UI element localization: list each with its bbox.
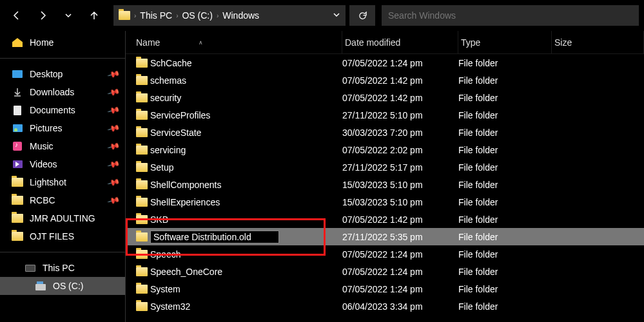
file-rows[interactable]: SchCache07/05/2022 1:24 pmFile foldersch… — [126, 54, 644, 322]
search-box[interactable] — [382, 5, 639, 26]
sidebar-item-jmr-adulting[interactable]: JMR ADULTING — [0, 209, 125, 227]
breadcrumb[interactable]: Windows — [222, 10, 259, 21]
folder-icon — [136, 76, 148, 85]
sidebar-item-label: OJT FILES — [30, 231, 74, 242]
folder-icon — [136, 215, 148, 224]
file-date: 30/03/2023 7:20 pm — [342, 128, 458, 138]
table-row[interactable]: ServiceState30/03/2023 7:20 pmFile folde… — [126, 124, 644, 141]
folder-icon — [119, 11, 130, 20]
table-row[interactable]: System07/05/2022 1:24 pmFile folder — [126, 280, 644, 298]
refresh-button[interactable] — [349, 5, 375, 26]
folder-icon — [12, 195, 23, 205]
sidebar-item-lightshot[interactable]: Lightshot📌 — [0, 173, 125, 191]
sidebar-item-ojt-files[interactable]: OJT FILES — [0, 227, 125, 245]
pin-icon: 📌 — [106, 86, 120, 99]
table-row[interactable]: Setup27/11/2022 5:17 pmFile folder — [126, 158, 644, 176]
table-row[interactable]: schemas07/05/2022 1:42 pmFile folder — [126, 71, 644, 89]
folder-icon — [12, 177, 23, 187]
sidebar-item-pictures[interactable]: Pictures📌 — [0, 119, 125, 137]
sidebar-item-label: Lightshot — [30, 177, 66, 187]
file-name: security — [150, 93, 181, 103]
sidebar-item-downloads[interactable]: Downloads📌 — [0, 83, 125, 101]
sidebar-item-label: OS (C:) — [53, 281, 83, 291]
chevron-right-icon: › — [134, 12, 136, 19]
file-type: File folder — [458, 128, 552, 138]
file-date: 07/05/2022 1:24 pm — [342, 58, 458, 68]
file-date: 27/11/2022 5:17 pm — [342, 162, 458, 173]
file-type: File folder — [458, 249, 552, 260]
sidebar-item-drive-c[interactable]: OS (C:) — [0, 277, 125, 295]
table-row[interactable]: SchCache07/05/2022 1:24 pmFile folder — [126, 54, 644, 71]
pin-icon: 📌 — [106, 158, 120, 171]
folder-icon — [136, 232, 148, 242]
sidebar-item-label: Desktop — [30, 69, 63, 79]
up-button[interactable] — [83, 4, 106, 27]
sidebar-item-music[interactable]: Music📌 — [0, 137, 125, 155]
file-date: 15/03/2023 5:10 pm — [342, 180, 458, 190]
folder-icon — [136, 59, 148, 68]
sidebar: Home Desktop📌Downloads📌Documents📌Picture… — [0, 31, 126, 322]
table-row[interactable]: SKB07/05/2022 1:42 pmFile folder — [126, 211, 644, 228]
folder-icon — [136, 180, 148, 189]
sidebar-item-label: Pictures — [30, 123, 63, 133]
table-row[interactable]: 27/11/2022 5:35 pmFile folder — [126, 228, 644, 245]
table-row[interactable]: security07/05/2022 1:42 pmFile folder — [126, 89, 644, 106]
table-row[interactable]: Speech_OneCore07/05/2022 1:24 pmFile fol… — [126, 263, 644, 280]
pin-icon: 📌 — [106, 68, 120, 81]
breadcrumb[interactable]: OS (C:) — [182, 10, 212, 21]
file-type: File folder — [458, 162, 552, 173]
sort-indicator-icon: ∧ — [199, 39, 203, 46]
chevron-down-icon[interactable] — [333, 10, 340, 21]
doc-icon — [12, 105, 23, 115]
forward-button[interactable] — [31, 4, 54, 27]
table-row[interactable]: Speech07/05/2022 1:24 pmFile folder — [126, 245, 644, 263]
file-type: File folder — [458, 180, 552, 190]
file-date: 15/03/2023 5:10 pm — [342, 197, 458, 207]
file-type: File folder — [458, 284, 552, 294]
sidebar-item-label: Music — [30, 141, 54, 151]
file-date: 07/05/2022 2:02 pm — [342, 145, 458, 155]
search-input[interactable] — [388, 10, 632, 21]
folder-icon — [136, 111, 148, 120]
table-row[interactable]: ShellComponents15/03/2023 5:10 pmFile fo… — [126, 176, 644, 193]
sidebar-item-label: Home — [30, 37, 54, 48]
file-type: File folder — [458, 110, 552, 120]
table-row[interactable]: ShellExperiences15/03/2023 5:10 pmFile f… — [126, 193, 644, 211]
recent-button[interactable] — [57, 4, 80, 27]
file-type: File folder — [458, 214, 552, 225]
sidebar-item-home[interactable]: Home — [0, 33, 125, 52]
breadcrumb[interactable]: This PC — [140, 10, 172, 21]
rename-input[interactable] — [150, 231, 279, 243]
sidebar-item-rcbc[interactable]: RCBC📌 — [0, 191, 125, 209]
desktop-icon — [12, 69, 23, 79]
file-name: SchCache — [150, 58, 192, 68]
file-type: File folder — [458, 145, 552, 155]
down-icon — [12, 87, 23, 97]
file-name: Speech — [150, 249, 181, 260]
sidebar-item-documents[interactable]: Documents📌 — [0, 101, 125, 119]
chevron-right-icon: › — [217, 12, 219, 19]
column-header-date[interactable]: Date modified — [342, 31, 458, 53]
pin-icon: 📌 — [106, 194, 120, 207]
folder-icon — [136, 163, 148, 172]
file-name: servicing — [150, 145, 186, 155]
table-row[interactable]: System3206/04/2023 3:34 pmFile folder — [126, 298, 644, 315]
column-headers: Name ∧ Date modified Type Size — [126, 31, 644, 54]
address-bar[interactable]: › This PC › OS (C:) › Windows — [113, 5, 346, 26]
table-row[interactable]: ServiceProfiles27/11/2022 5:10 pmFile fo… — [126, 106, 644, 124]
column-header-size[interactable]: Size — [552, 31, 644, 53]
file-name: Setup — [150, 162, 174, 173]
file-type: File folder — [458, 197, 552, 207]
column-header-type[interactable]: Type — [458, 31, 552, 53]
music-icon — [12, 141, 23, 151]
column-header-name[interactable]: Name ∧ — [133, 31, 342, 53]
file-type: File folder — [458, 75, 552, 86]
file-date: 07/05/2022 1:24 pm — [342, 267, 458, 277]
sidebar-item-videos[interactable]: Videos📌 — [0, 155, 125, 173]
sidebar-item-desktop[interactable]: Desktop📌 — [0, 65, 125, 83]
sidebar-item-this-pc[interactable]: This PC — [0, 259, 125, 277]
table-row[interactable]: servicing07/05/2022 2:02 pmFile folder — [126, 141, 644, 158]
sidebar-item-label: JMR ADULTING — [30, 213, 95, 223]
back-button[interactable] — [5, 4, 28, 27]
pin-icon: 📌 — [106, 104, 120, 117]
